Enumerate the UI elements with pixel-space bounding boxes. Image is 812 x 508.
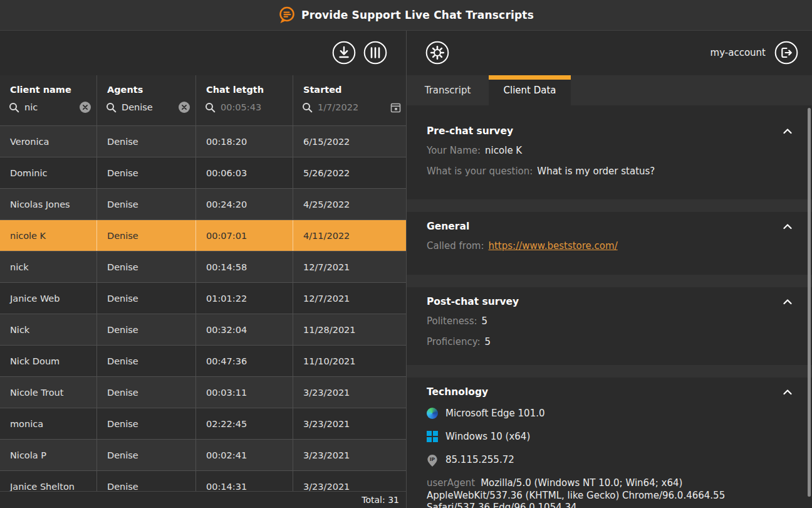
vertical-scrollbar[interactable]	[808, 108, 811, 497]
search-icon	[106, 102, 117, 113]
column-filter	[97, 95, 195, 120]
right-toolbar: my-account	[407, 30, 812, 75]
client-name-cell: nick	[0, 251, 97, 282]
table-row[interactable]: Nicolas JonesDenise00:24:204/25/2022	[0, 188, 406, 220]
settings-gear-icon[interactable]	[425, 41, 449, 65]
table-header-row: Client nameAgentsChat letgthStarted	[0, 75, 406, 125]
chevron-up-icon[interactable]	[783, 299, 792, 305]
started-cell: 3/23/2021	[293, 471, 406, 491]
client-name-cell: Janice Shelton	[0, 471, 97, 491]
client-name-cell: Dominic	[0, 157, 97, 188]
filter-input[interactable]	[221, 102, 288, 112]
client-name-cell: Nick	[0, 314, 97, 345]
account-name: my-account	[710, 47, 766, 58]
client-name-cell: Nicolas Jones	[0, 189, 97, 220]
chevron-up-icon[interactable]	[783, 389, 792, 395]
filter-input[interactable]	[24, 102, 74, 112]
clear-filter-icon[interactable]	[178, 101, 190, 114]
field-row: Your Name:nicole K	[427, 144, 792, 157]
agent-cell: Denise	[97, 220, 196, 251]
chat-length-cell: 00:03:11	[196, 377, 293, 408]
table-row[interactable]: Janice WebDenise01:01:2212/7/2021	[0, 282, 406, 314]
table-row[interactable]: nickDenise00:14:5812/7/2021	[0, 251, 406, 282]
table-row[interactable]: Nicola PDenise00:02:413/23/2021	[0, 439, 406, 470]
tech-item-text: 85.115.255.72	[445, 454, 514, 465]
column-label: Started	[293, 75, 406, 95]
column-label: Agents	[97, 75, 195, 95]
started-cell: 3/23/2021	[293, 440, 406, 470]
chat-length-cell: 00:14:58	[196, 251, 293, 282]
column-chooser-icon[interactable]	[363, 41, 387, 65]
chevron-up-icon[interactable]	[783, 224, 792, 230]
column-header: Started	[293, 75, 406, 125]
filter-input[interactable]	[122, 102, 173, 112]
field-row: Called from:https://www.beststore.com/	[427, 240, 792, 253]
chat-length-cell: 00:06:03	[196, 157, 293, 188]
column-filter	[0, 95, 96, 120]
section-pre-chat-survey: Pre-chat surveyYour Name:nicole KWhat is…	[407, 105, 812, 199]
chat-length-cell: 00:47:36	[196, 346, 293, 376]
ip-address-icon: IP	[427, 454, 438, 465]
started-cell: 11/10/2021	[293, 346, 406, 376]
agent-cell: Denise	[97, 189, 196, 220]
field-label: What is your question:	[427, 166, 533, 177]
clear-filter-icon[interactable]	[79, 101, 91, 114]
total-count: Total: 31	[362, 495, 399, 505]
table-row-selected[interactable]: nicole KDenise00:07:014/11/2022	[0, 220, 406, 251]
chat-length-cell: 00:32:04	[196, 314, 293, 345]
calendar-icon[interactable]	[390, 102, 401, 113]
left-toolbar	[0, 30, 406, 75]
started-cell: 5/26/2022	[293, 157, 406, 188]
column-label: Chat letgth	[196, 75, 293, 95]
column-label: Client name	[0, 75, 96, 95]
called-from-link[interactable]: https://www.beststore.com/	[488, 240, 617, 251]
section-technology: TechnologyMicrosoft Edge 101.0Windows 10…	[407, 378, 812, 508]
field-value: 5	[484, 336, 491, 347]
client-name-cell: Veronica	[0, 126, 97, 157]
tab-transcript[interactable]: Transcript	[407, 75, 489, 105]
field-label: Proficiency:	[427, 336, 480, 347]
started-cell: 11/28/2021	[293, 314, 406, 345]
field-label: Called from:	[427, 240, 484, 251]
logout-icon[interactable]	[774, 41, 798, 65]
tech-item-text: Windows 10 (x64)	[445, 431, 530, 442]
table-row[interactable]: Janice SheltonDenise00:14:313/23/2021	[0, 470, 406, 491]
client-name-cell: nicole K	[0, 220, 97, 251]
tab-client-data[interactable]: Client Data	[489, 75, 571, 105]
table-row[interactable]: Nick DoumDenise00:47:3611/10/2021	[0, 345, 406, 376]
client-name-cell: monica	[0, 408, 97, 439]
started-cell: 6/15/2022	[293, 126, 406, 157]
column-header: Client name	[0, 75, 97, 125]
section-header: Post-chat survey	[427, 296, 792, 307]
svg-text:IP: IP	[430, 457, 435, 462]
chat-length-cell: 00:02:41	[196, 440, 293, 470]
field-row: Proficiency:5	[427, 336, 792, 349]
transcripts-list-panel: Client nameAgentsChat letgthStarted Vero…	[0, 30, 406, 508]
section-header: Technology	[427, 386, 792, 398]
windows-os-icon	[427, 431, 438, 442]
table-row[interactable]: VeronicaDenise00:18:206/15/2022	[0, 125, 406, 157]
detail-panel: my-account TranscriptClient Data Pre-cha…	[406, 30, 812, 508]
agent-cell: Denise	[97, 283, 196, 314]
client-data-content: Pre-chat surveyYour Name:nicole KWhat is…	[407, 105, 812, 508]
field-value: nicole K	[485, 145, 522, 156]
field-label: Politeness:	[427, 315, 477, 327]
chevron-up-icon[interactable]	[783, 129, 792, 134]
started-cell: 12/7/2021	[293, 251, 406, 282]
app-header: Provide Support Live Chat Transcripts	[0, 0, 812, 31]
table-row[interactable]: monicaDenise02:22:453/23/2021	[0, 408, 406, 439]
field-value: 5	[482, 315, 488, 327]
tech-item: IP85.115.255.72	[427, 454, 792, 465]
started-cell: 12/7/2021	[293, 283, 406, 314]
table-row[interactable]: DominicDenise00:06:035/26/2022	[0, 157, 406, 188]
table-row[interactable]: NickDenise00:32:0411/28/2021	[0, 314, 406, 345]
search-icon	[205, 102, 216, 113]
download-icon[interactable]	[332, 41, 356, 65]
filter-input[interactable]	[318, 102, 385, 112]
tech-item-text: Microsoft Edge 101.0	[445, 408, 545, 419]
chat-length-cell: 00:14:31	[196, 471, 293, 491]
section-title: Pre-chat survey	[427, 125, 513, 137]
column-header: Agents	[97, 75, 196, 125]
table-row[interactable]: Nicole TroutDenise00:03:113/23/2021	[0, 376, 406, 408]
client-name-cell: Nicola P	[0, 440, 97, 470]
